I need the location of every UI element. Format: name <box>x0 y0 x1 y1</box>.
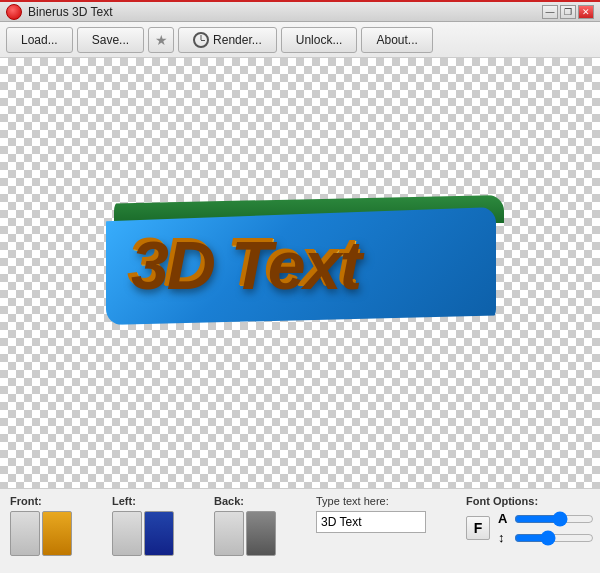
left-swatch-light[interactable] <box>112 511 142 556</box>
toolbar: Load... Save... ★ Render... Unlock... Ab… <box>0 22 600 58</box>
left-swatch-row <box>112 511 174 556</box>
bottom-panel: Front: Left: Back: Type text here: Font … <box>0 488 600 573</box>
unlock-button[interactable]: Unlock... <box>281 27 358 53</box>
height-slider-row: ↕ <box>498 530 594 545</box>
render-label: Render... <box>213 33 262 47</box>
sliders-col: A ↕ <box>498 511 594 545</box>
window-title: Binerus 3D Text <box>28 5 113 19</box>
title-controls: — ❐ ✕ <box>542 5 594 19</box>
shape-wrapper: 3D Text <box>100 193 500 353</box>
restore-button[interactable]: ❐ <box>560 5 576 19</box>
height-slider[interactable] <box>514 531 594 545</box>
front-label: Front: <box>10 495 42 507</box>
app-icon <box>6 4 22 20</box>
font-options-label: Font Options: <box>466 495 594 507</box>
front-color-section: Front: <box>10 495 72 556</box>
load-button[interactable]: Load... <box>6 27 73 53</box>
back-color-section: Back: <box>214 495 276 556</box>
left-swatch-color[interactable] <box>144 511 174 556</box>
render-button[interactable]: Render... <box>178 27 277 53</box>
title-bar-left: Binerus 3D Text <box>6 4 113 20</box>
left-color-section: Left: <box>112 495 174 556</box>
about-button[interactable]: About... <box>361 27 432 53</box>
text-input-field[interactable] <box>316 511 426 533</box>
front-swatch-row <box>10 511 72 556</box>
size-label: A <box>498 511 510 526</box>
favorite-button[interactable]: ★ <box>148 27 174 53</box>
3d-text-label: 3D Text <box>128 223 357 301</box>
back-swatch-row <box>214 511 276 556</box>
size-slider-row: A <box>498 511 594 526</box>
title-bar: Binerus 3D Text — ❐ ✕ <box>0 0 600 22</box>
font-controls-row: F A ↕ <box>466 511 594 545</box>
text-input-section: Type text here: <box>316 495 426 533</box>
height-label: ↕ <box>498 530 510 545</box>
left-label: Left: <box>112 495 136 507</box>
size-slider[interactable] <box>514 512 594 526</box>
back-swatch-light[interactable] <box>214 511 244 556</box>
save-button[interactable]: Save... <box>77 27 144 53</box>
font-options-section: Font Options: F A ↕ <box>466 495 594 545</box>
front-swatch-color[interactable] <box>42 511 72 556</box>
canvas-area: 3D Text <box>0 58 600 488</box>
back-label: Back: <box>214 495 244 507</box>
close-button[interactable]: ✕ <box>578 5 594 19</box>
text-input-label: Type text here: <box>316 495 426 507</box>
minimize-button[interactable]: — <box>542 5 558 19</box>
front-swatch-light[interactable] <box>10 511 40 556</box>
3d-text-preview: 3D Text <box>100 193 500 353</box>
clock-icon <box>193 32 209 48</box>
font-face-button[interactable]: F <box>466 516 490 540</box>
back-swatch-color[interactable] <box>246 511 276 556</box>
